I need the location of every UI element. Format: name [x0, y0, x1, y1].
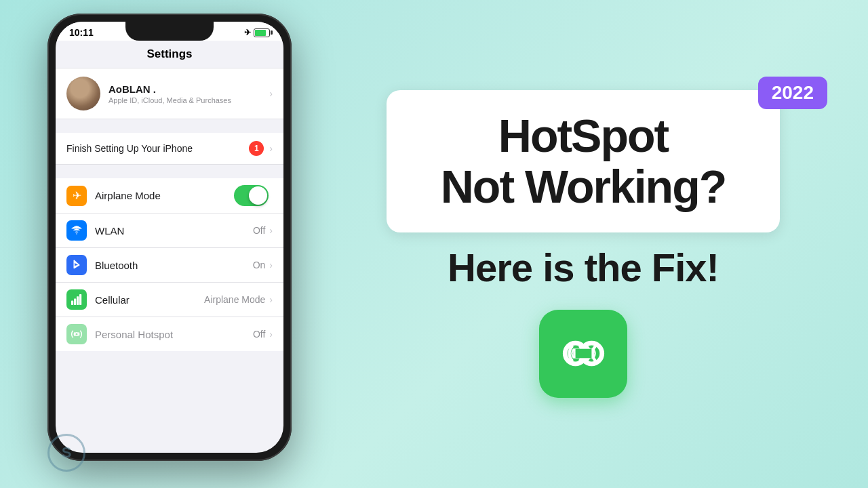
svg-rect-1 — [74, 298, 76, 305]
wlan-chevron: › — [269, 225, 273, 236]
profile-info: AoBLAN . Apple ID, iCloud, Media & Purch… — [108, 83, 261, 104]
hotspot-chevron: › — [269, 329, 273, 340]
cellular-label: Cellular — [95, 294, 204, 306]
app-icon — [539, 310, 627, 398]
hotspot-icon — [66, 324, 87, 344]
svg-rect-0 — [71, 301, 73, 305]
bluetooth-value: On — [253, 260, 266, 270]
svg-point-4 — [75, 333, 79, 336]
svg-rect-2 — [77, 296, 79, 305]
profile-subtitle: Apple ID, iCloud, Media & Purchases — [108, 96, 261, 104]
cellular-value: Airplane Mode — [204, 294, 265, 305]
personal-hotspot-row[interactable]: Personal Hotspot Off › — [56, 317, 283, 351]
title-line2: Not Working? — [414, 161, 753, 212]
cellular-chevron: › — [269, 294, 273, 305]
airplane-mode-row[interactable]: ✈ Airplane Mode — [56, 178, 283, 214]
wlan-icon — [66, 220, 87, 241]
profile-name: AoBLAN . — [108, 83, 261, 95]
status-time: 10:11 — [69, 27, 94, 38]
watermark: S — [47, 434, 88, 474]
battery-icon — [254, 28, 270, 37]
hotspot-label: Personal Hotspot — [95, 329, 253, 340]
avatar — [66, 77, 100, 110]
phone-screen: 10:11 ✈ Settings AoBLAN . A — [56, 22, 283, 453]
cellular-row[interactable]: Cellular Airplane Mode › — [56, 283, 283, 317]
finish-setup-badge: 1 — [249, 141, 264, 156]
bluetooth-icon — [66, 255, 87, 275]
section-gap-1 — [56, 119, 283, 133]
subtitle-text: Here is the Fix! — [448, 246, 719, 289]
wlan-label: WLAN — [95, 225, 253, 237]
airplane-mode-icon: ✈ — [244, 28, 251, 37]
watermark-text: S — [62, 444, 72, 462]
wlan-value: Off — [253, 225, 265, 236]
airplane-mode-toggle[interactable] — [234, 185, 269, 206]
airplane-mode-label: Airplane Mode — [95, 190, 234, 201]
bluetooth-row[interactable]: Bluetooth On › — [56, 248, 283, 283]
avatar-image — [66, 77, 100, 110]
profile-chevron: › — [269, 88, 273, 99]
svg-rect-3 — [79, 294, 81, 305]
toggle-knob — [249, 186, 267, 205]
year-badge: 2022 — [758, 77, 827, 109]
finish-setup-label: Finish Setting Up Your iPhone — [66, 143, 249, 154]
svg-rect-10 — [575, 349, 591, 359]
airplane-mode-icon: ✈ — [66, 186, 87, 206]
right-panel: 2022 HotSpot Not Working? Here is the Fi… — [312, 90, 841, 397]
phone-mockup: 10:11 ✈ Settings AoBLAN . A — [27, 14, 312, 474]
title-line1: HotSpot — [414, 110, 753, 161]
watermark-circle: S — [47, 434, 85, 472]
status-icons: ✈ — [244, 28, 270, 37]
hotspot-value: Off — [253, 329, 265, 340]
bluetooth-label: Bluetooth — [95, 260, 253, 271]
profile-row[interactable]: AoBLAN . Apple ID, iCloud, Media & Purch… — [56, 68, 283, 119]
finish-setup-chevron: › — [269, 143, 273, 154]
phone-notch — [125, 22, 214, 41]
title-card: HotSpot Not Working? — [387, 90, 780, 232]
cellular-icon — [66, 289, 87, 310]
settings-group: ✈ Airplane Mode WLAN Off — [56, 178, 283, 351]
wlan-row[interactable]: WLAN Off › — [56, 214, 283, 248]
phone-body: 10:11 ✈ Settings AoBLAN . A — [47, 14, 292, 461]
settings-title: Settings — [146, 47, 192, 60]
finish-setup-row[interactable]: Finish Setting Up Your iPhone 1 › — [56, 133, 283, 165]
battery-fill — [255, 30, 266, 36]
bluetooth-chevron: › — [269, 260, 273, 270]
settings-header: Settings — [56, 41, 283, 68]
